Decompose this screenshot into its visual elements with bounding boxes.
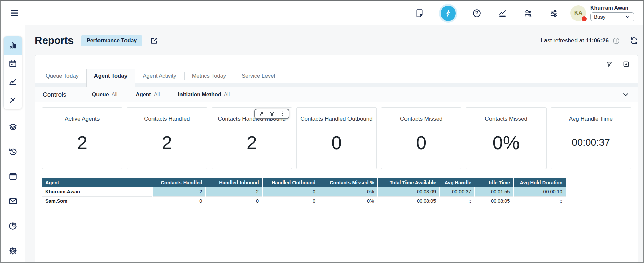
column-header-avg-handle[interactable]: Avg Handle	[440, 178, 475, 187]
filter-initiation-method[interactable]: Initiation MethodAll	[178, 92, 230, 98]
controls-bar: Controls QueueAllAgentAllInitiation Meth…	[35, 87, 638, 102]
column-header-handled-inbound[interactable]: Handled Inbound	[206, 178, 262, 187]
tab-queue-today[interactable]: Queue Today	[38, 69, 86, 87]
column-header-avg-hold-duration[interactable]: Avg Hold Duration	[513, 178, 566, 187]
notes-icon[interactable]	[415, 9, 424, 18]
kpi-card-contacts-handled-inbound: Contacts Handled Inbound2	[212, 107, 292, 169]
sidebar-item-mail[interactable]	[4, 189, 22, 213]
table-cell: 00:08:05	[378, 197, 440, 206]
kpi-card-value: 2	[247, 122, 257, 169]
line-chart-icon	[8, 77, 17, 86]
sidebar-item-reports[interactable]	[4, 36, 22, 55]
settings-sliders-icon[interactable]	[549, 9, 558, 18]
design-brush-icon	[8, 96, 17, 104]
panel-tools	[35, 55, 638, 69]
kpi-card-value: 00:00:37	[572, 122, 610, 169]
report-tabs: Queue TodayAgent TodayAgent ActivityMetr…	[35, 69, 638, 87]
agents-icon[interactable]	[524, 9, 533, 18]
filter-value: All	[154, 92, 160, 97]
table-cell: 00:00:10	[513, 187, 566, 197]
avatar[interactable]: KA	[570, 5, 586, 21]
filter-label: Queue	[92, 92, 109, 97]
table-cell: 2	[153, 187, 206, 197]
table-cell: 00:03:09	[378, 187, 440, 197]
layers-icon	[8, 123, 18, 132]
mail-icon	[8, 197, 18, 206]
download-icon[interactable]	[623, 61, 630, 68]
table-cell: 0	[262, 187, 319, 197]
tab-metrics-today[interactable]: Metrics Today	[184, 69, 234, 87]
filter-funnel-icon[interactable]	[606, 61, 613, 68]
tab-agent-today[interactable]: Agent Today	[86, 69, 135, 87]
kpi-card-avg-handle-time: Avg Handle Time00:00:37	[551, 107, 631, 169]
filter-queue[interactable]: QueueAll	[92, 92, 118, 98]
help-icon[interactable]	[472, 9, 481, 18]
expand-icon[interactable]	[258, 111, 264, 117]
kpi-card-active-agents: Active Agents2	[42, 107, 122, 169]
controls-collapse-chevron-icon[interactable]	[622, 91, 630, 98]
metrics-icon[interactable]	[498, 9, 507, 18]
kpi-card-contacts-handled-outbound: Contacts Handled Outbound0	[296, 107, 377, 169]
kpi-card-title: Avg Handle Time	[569, 116, 613, 122]
external-link-icon[interactable]	[150, 37, 158, 45]
column-header-handled-outbound[interactable]: Handled Outbound	[262, 178, 319, 187]
sidebar-item-settings[interactable]	[4, 238, 22, 263]
kpi-card-title: Contacts Missed	[400, 116, 443, 122]
filter-agent[interactable]: AgentAll	[136, 92, 160, 98]
report-badge[interactable]: Performance Today	[81, 35, 142, 46]
kpi-card-title: Active Agents	[65, 116, 100, 122]
kpi-card-contacts-handled: Contacts Handled2	[127, 107, 207, 169]
hamburger-menu-icon[interactable]	[9, 8, 19, 18]
table-header-row: AgentContacts HandledHandled InboundHand…	[42, 178, 566, 187]
sidebar-item-schedule[interactable]	[4, 55, 22, 73]
info-icon[interactable]	[612, 37, 620, 45]
status-dot	[582, 16, 587, 21]
table-cell: ::	[440, 197, 475, 206]
sidebar-item-dashboard[interactable]	[4, 213, 22, 238]
calendar-icon	[8, 59, 17, 68]
sidebar-item-history[interactable]	[4, 139, 22, 164]
column-header-total-time-available[interactable]: Total Time Available	[378, 178, 440, 187]
report-panel: Queue TodayAgent TodayAgent ActivityMetr…	[35, 55, 638, 263]
page-header: Reports Performance Today Last refreshed…	[35, 33, 638, 48]
table-cell: 00:08:05	[475, 197, 513, 206]
history-icon	[8, 147, 18, 156]
kpi-card-title: Contacts Missed	[485, 116, 527, 122]
sidebar-item-analytics[interactable]	[4, 73, 22, 91]
filter-funnel-icon[interactable]	[269, 111, 275, 117]
table-cell: 0%	[319, 197, 378, 206]
bar-chart-icon	[8, 41, 17, 50]
card-hover-toolbar	[254, 109, 289, 119]
page-title: Reports	[35, 35, 74, 47]
agent-table: AgentContacts HandledHandled InboundHand…	[42, 178, 566, 206]
kpi-card-value: 0	[416, 122, 426, 169]
controls-title: Controls	[43, 91, 66, 98]
avatar-initials: KA	[574, 10, 583, 17]
topbar: KA Khurram Awan Busy	[1, 1, 643, 25]
quick-connect-bolt-icon[interactable]	[441, 6, 456, 21]
table-row: Khurram.Awan2200%00:03:0900:00:3700:01:5…	[42, 187, 566, 197]
table-row: Sam.Som0000%00:08:05::00:08:05::	[42, 197, 566, 206]
status-select[interactable]: Busy	[590, 12, 634, 21]
table-cell: 0	[206, 197, 262, 206]
column-header-contacts-handled[interactable]: Contacts Handled	[153, 178, 206, 187]
main-content: Reports Performance Today Last refreshed…	[25, 25, 643, 263]
tab-service-level[interactable]: Service Level	[234, 69, 283, 87]
agent-name-cell: Khurram.Awan	[42, 187, 153, 197]
sidebar-item-customize[interactable]	[4, 91, 22, 109]
column-header-idle-time[interactable]: Idle Time	[475, 178, 513, 187]
filter-label: Agent	[136, 92, 151, 97]
last-refreshed-time: 11:06:26	[586, 37, 609, 44]
kebab-menu-icon[interactable]	[279, 111, 285, 117]
tab-agent-activity[interactable]: Agent Activity	[135, 69, 184, 87]
column-header-contacts-missed[interactable]: Contacts Missed %	[319, 178, 378, 187]
sidebar-item-layers[interactable]	[4, 115, 22, 139]
kpi-card-title: Contacts Handled Outbound	[300, 116, 373, 122]
column-header-agent[interactable]: Agent	[42, 178, 153, 187]
table-cell: 2	[206, 187, 262, 197]
kpi-card-value: 2	[77, 122, 87, 169]
sidebar-item-browser[interactable]	[4, 164, 22, 189]
filter-label: Initiation Method	[178, 92, 221, 97]
agent-name-cell: Sam.Som	[42, 197, 153, 206]
refresh-icon[interactable]	[629, 36, 638, 45]
